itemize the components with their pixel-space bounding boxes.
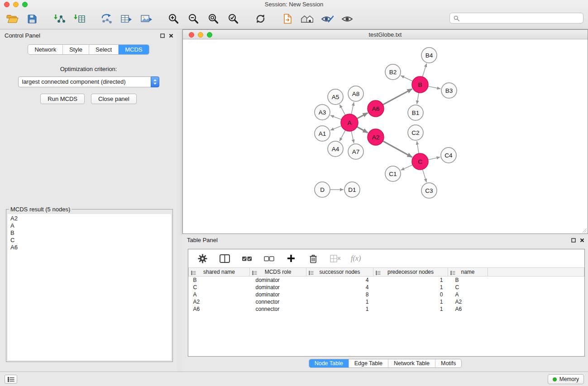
result-item[interactable]: C xyxy=(10,237,168,244)
network-edge[interactable] xyxy=(339,105,345,115)
minimize-window-button[interactable] xyxy=(13,2,19,7)
zoom-selected-icon[interactable] xyxy=(226,12,240,26)
zoom-fit-icon[interactable] xyxy=(206,12,220,26)
network-node[interactable]: A6 xyxy=(368,100,384,117)
network-node[interactable]: C xyxy=(412,153,428,170)
resize-grip[interactable] xyxy=(581,227,587,233)
deselect-all-rows-icon[interactable] xyxy=(262,252,276,265)
float-panel-icon[interactable] xyxy=(160,33,165,39)
network-edge[interactable] xyxy=(401,76,413,81)
import-table-icon[interactable] xyxy=(72,12,86,26)
network-edge[interactable] xyxy=(357,113,368,119)
network-edge[interactable] xyxy=(422,169,426,182)
network-edge[interactable] xyxy=(383,141,412,157)
network-canvas[interactable]: AA6A2BCA5A8A3A1A4A7B2B4B3B1C2C4C1C3DD1 xyxy=(183,39,588,234)
titlebar[interactable]: Session: New Session xyxy=(0,0,588,9)
refresh-layout-icon[interactable] xyxy=(253,12,267,26)
delete-column-icon[interactable] xyxy=(329,252,342,265)
search-field[interactable] xyxy=(449,13,583,24)
table-row[interactable]: Bdominator41B xyxy=(189,276,584,284)
network-tools-icon[interactable] xyxy=(100,12,113,26)
network-node[interactable]: C4 xyxy=(441,148,456,163)
table-row[interactable]: Adominator80A xyxy=(189,291,584,298)
table-row[interactable]: Cdominator41C xyxy=(189,284,584,291)
tab-node-table[interactable]: Node Table xyxy=(309,359,349,367)
table-row[interactable]: A6connector11A6 xyxy=(189,305,584,313)
network-node[interactable]: D1 xyxy=(344,182,360,197)
zoom-in-icon[interactable] xyxy=(167,12,180,26)
column-header-successor-nodes[interactable]: successor nodes xyxy=(306,268,373,276)
function-builder-icon[interactable]: f(x) xyxy=(351,254,361,262)
show-graphics-details-icon[interactable] xyxy=(320,12,334,26)
search-input[interactable] xyxy=(462,15,579,22)
network-node[interactable]: A xyxy=(341,114,358,131)
network-edge[interactable] xyxy=(417,93,419,104)
network-node[interactable]: A5 xyxy=(328,89,343,105)
network-node[interactable]: A7 xyxy=(348,144,363,159)
result-item[interactable]: A2 xyxy=(10,215,168,222)
network-node[interactable]: C2 xyxy=(408,125,423,140)
add-row-icon[interactable] xyxy=(284,252,298,265)
open-session-icon[interactable] xyxy=(5,12,19,26)
network-node[interactable]: B3 xyxy=(441,83,457,98)
tab-motifs[interactable]: Motifs xyxy=(435,359,461,367)
network-edge[interactable] xyxy=(428,157,440,160)
tab-network[interactable]: Network xyxy=(28,45,63,54)
mcds-result-list[interactable]: A2ABCA6 xyxy=(8,214,171,360)
show-columns-icon[interactable] xyxy=(218,252,231,265)
network-node[interactable]: A8 xyxy=(348,86,363,101)
tab-edge-table[interactable]: Edge Table xyxy=(349,359,388,367)
network-node[interactable]: C1 xyxy=(385,166,401,181)
network-node[interactable]: A2 xyxy=(368,129,384,145)
table-tools-icon[interactable] xyxy=(120,12,133,26)
column-header-predecessor-nodes[interactable]: predecessor nodes xyxy=(373,268,448,276)
close-window-button[interactable] xyxy=(4,2,10,7)
network-node[interactable]: A3 xyxy=(315,105,330,120)
tab-network-table[interactable]: Network Table xyxy=(388,359,435,367)
result-item[interactable]: A xyxy=(10,222,168,229)
network-node[interactable]: B1 xyxy=(408,105,423,120)
network-minimize-button[interactable] xyxy=(198,32,203,38)
close-panel-icon[interactable] xyxy=(169,33,173,39)
optimization-criterion-dropdown[interactable]: largest connected component (directed) xyxy=(18,76,159,87)
import-network-icon[interactable] xyxy=(53,12,66,26)
network-node[interactable]: A4 xyxy=(328,141,343,157)
network-node[interactable]: A1 xyxy=(315,126,330,141)
network-edge[interactable] xyxy=(357,127,368,133)
network-zoom-button[interactable] xyxy=(207,32,212,38)
close-table-panel-icon[interactable] xyxy=(580,237,584,244)
network-node[interactable]: B4 xyxy=(421,48,437,63)
network-node[interactable]: B2 xyxy=(385,64,401,80)
network-edge[interactable] xyxy=(351,102,354,114)
open-document-icon[interactable] xyxy=(281,12,294,26)
network-edge[interactable] xyxy=(330,126,342,130)
close-panel-button[interactable]: Close panel xyxy=(91,94,137,104)
network-edge[interactable] xyxy=(417,141,419,153)
network-node[interactable]: D xyxy=(315,182,330,197)
zoom-out-icon[interactable] xyxy=(186,12,200,26)
select-all-rows-icon[interactable] xyxy=(240,252,253,265)
network-node[interactable]: B xyxy=(412,76,428,93)
export-image-icon[interactable] xyxy=(139,12,153,26)
network-edge[interactable] xyxy=(351,131,354,143)
eye-icon[interactable] xyxy=(340,12,354,26)
memory-button[interactable]: Memory xyxy=(548,374,584,384)
tab-mcds[interactable]: MCDS xyxy=(119,45,148,54)
network-edge[interactable] xyxy=(428,86,441,89)
result-item[interactable]: B xyxy=(10,229,168,237)
first-neighbors-icon[interactable] xyxy=(301,12,314,26)
network-edge[interactable] xyxy=(422,63,426,77)
network-window-titlebar[interactable]: testGlobe.txt xyxy=(183,30,588,39)
tab-select[interactable]: Select xyxy=(89,45,119,54)
table-settings-gear-icon[interactable] xyxy=(196,252,209,265)
column-header-mcds-role[interactable]: MCDS role xyxy=(250,268,306,276)
network-close-button[interactable] xyxy=(189,32,194,38)
network-edge[interactable] xyxy=(330,115,342,119)
task-history-button[interactable] xyxy=(5,375,17,384)
network-node[interactable]: C3 xyxy=(421,183,437,198)
result-item[interactable]: A6 xyxy=(10,244,168,251)
save-session-icon[interactable] xyxy=(25,12,39,26)
network-edge[interactable] xyxy=(339,130,345,141)
column-header-shared-name[interactable]: shared name xyxy=(189,268,250,276)
network-edge[interactable] xyxy=(401,165,412,170)
